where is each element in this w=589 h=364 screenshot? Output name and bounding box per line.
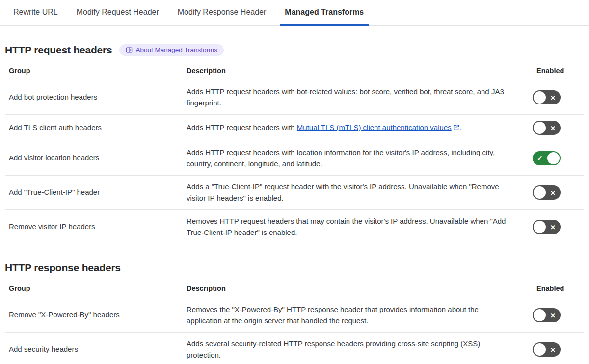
group-cell: Add TLS client auth headers <box>5 116 183 139</box>
column-header-description: Description <box>183 63 533 80</box>
enabled-toggle-true-client-ip[interactable] <box>533 185 561 200</box>
table-row-visitor-location: Add visitor location headers Adds HTTP r… <box>5 141 584 176</box>
group-cell: Remove visitor IP headers <box>5 215 183 238</box>
column-header-group: Group <box>5 281 183 298</box>
toggle-knob <box>534 309 546 321</box>
book-icon <box>126 47 133 53</box>
description-cell: Adds HTTP request headers with bot-relat… <box>183 80 533 114</box>
request-section-title: HTTP request headers <box>5 44 112 56</box>
column-header-group: Group <box>5 63 183 80</box>
toggle-knob <box>534 186 546 199</box>
transform-rules-tabbar: Rewrite URL Modify Request Header Modify… <box>0 0 589 26</box>
column-header-enabled: Enabled <box>533 63 584 80</box>
response-headers-table: Group Description Enabled Remove "X-Powe… <box>5 281 584 364</box>
tab-managed-transforms[interactable]: Managed Transforms <box>280 0 369 26</box>
enabled-toggle-remove-visitor-ip[interactable] <box>533 220 561 234</box>
column-header-description: Description <box>183 281 533 298</box>
request-headers-table: Group Description Enabled Add bot protec… <box>5 63 584 244</box>
external-link-icon <box>453 123 459 134</box>
toggle-knob <box>534 343 546 356</box>
enabled-toggle-security-headers[interactable] <box>533 342 561 357</box>
tab-modify-request-header[interactable]: Modify Request Header <box>72 0 164 26</box>
description-cell: Adds HTTP request headers with location … <box>183 141 533 175</box>
tab-modify-response-header[interactable]: Modify Response Header <box>173 0 271 26</box>
group-cell: Add "True-Client-IP" header <box>5 181 183 204</box>
enabled-toggle-visitor-location[interactable] <box>533 151 561 165</box>
table-header-row: Group Description Enabled <box>5 63 584 80</box>
group-cell: Remove "X-Powered-By" headers <box>5 304 183 327</box>
enabled-toggle-x-powered-by[interactable] <box>533 308 561 322</box>
toggle-knob <box>547 152 560 164</box>
group-cell: Add bot protection headers <box>5 86 183 109</box>
column-header-enabled: Enabled <box>533 281 584 298</box>
mtls-docs-link[interactable]: Mutual TLS (mTLS) client authentication … <box>297 123 452 131</box>
tab-rewrite-url[interactable]: Rewrite URL <box>8 0 63 26</box>
http-request-headers-section: HTTP request headers About Managed Trans… <box>5 44 584 244</box>
description-text: Adds HTTP request headers with <box>187 123 297 131</box>
description-cell: Adds several security-related HTTP respo… <box>183 333 533 364</box>
toggle-knob <box>534 122 546 134</box>
badge-label: About Managed Transforms <box>136 47 218 53</box>
table-row-security-headers: Add security headers Adds several securi… <box>5 333 584 364</box>
enabled-toggle-bot-protection[interactable] <box>533 90 561 104</box>
description-cell: Removes the "X-Powered-By" HTTP response… <box>183 298 533 332</box>
group-cell: Add visitor location headers <box>5 147 183 170</box>
toggle-knob <box>534 221 546 233</box>
http-response-headers-section: HTTP response headers Group Description … <box>5 262 584 364</box>
table-header-row: Group Description Enabled <box>5 281 584 298</box>
table-row-true-client-ip: Add "True-Client-IP" header Adds a "True… <box>5 176 584 210</box>
table-row-tls-client-auth: Add TLS client auth headers Adds HTTP re… <box>5 115 584 141</box>
description-cell: Adds a "True-Client-IP" request header w… <box>183 176 533 209</box>
toggle-knob <box>534 91 546 104</box>
description-cell: Adds HTTP request headers with Mutual TL… <box>183 116 533 140</box>
table-row-bot-protection: Add bot protection headers Adds HTTP req… <box>5 80 584 115</box>
table-row-remove-visitor-ip: Remove visitor IP headers Removes HTTP r… <box>5 210 584 244</box>
description-cell: Removes HTTP request headers that may co… <box>183 210 533 244</box>
enabled-toggle-tls-client-auth[interactable] <box>533 121 561 135</box>
response-section-title: HTTP response headers <box>5 262 121 274</box>
group-cell: Add security headers <box>5 338 183 361</box>
table-row-x-powered-by: Remove "X-Powered-By" headers Removes th… <box>5 298 584 333</box>
description-text: . <box>459 123 461 131</box>
about-managed-transforms-link[interactable]: About Managed Transforms <box>119 44 224 56</box>
